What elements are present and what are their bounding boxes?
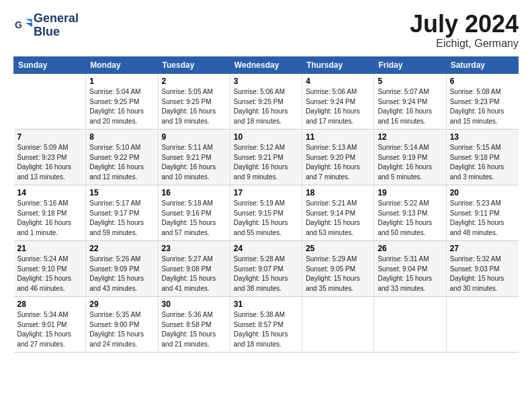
day-info: Sunrise: 5:19 AM Sunset: 9:15 PM Dayligh… <box>234 199 298 238</box>
svg-marker-2 <box>26 23 32 27</box>
month-title: July 2024 <box>410 12 519 36</box>
day-number: 21 <box>17 244 83 253</box>
day-info: Sunrise: 5:38 AM Sunset: 8:57 PM Dayligh… <box>234 310 298 349</box>
logo: G General Blue <box>13 12 79 39</box>
day-info: Sunrise: 5:36 AM Sunset: 8:58 PM Dayligh… <box>162 310 226 349</box>
logo-icon: G <box>13 16 32 35</box>
calendar-table: Sunday Monday Tuesday Wednesday Thursday… <box>13 56 519 353</box>
calendar-cell: 17Sunrise: 5:19 AM Sunset: 9:15 PM Dayli… <box>230 185 302 241</box>
day-number: 8 <box>89 132 154 142</box>
location-subtitle: Eichigt, Germany <box>410 38 519 50</box>
day-info: Sunrise: 5:14 AM Sunset: 9:19 PM Dayligh… <box>378 143 442 182</box>
day-number: 28 <box>17 300 83 309</box>
title-block: July 2024 Eichigt, Germany <box>410 12 519 50</box>
calendar-cell: 20Sunrise: 5:23 AM Sunset: 9:11 PM Dayli… <box>446 185 518 241</box>
calendar-cell: 8Sunrise: 5:10 AM Sunset: 9:22 PM Daylig… <box>86 130 158 185</box>
calendar-cell: 4Sunrise: 5:06 AM Sunset: 9:24 PM Daylig… <box>302 74 374 130</box>
day-number: 16 <box>162 188 226 197</box>
day-number: 17 <box>234 188 298 197</box>
calendar-page: G General Blue July 2024 Eichigt, German… <box>0 0 532 359</box>
calendar-cell: 12Sunrise: 5:14 AM Sunset: 9:19 PM Dayli… <box>374 130 446 185</box>
calendar-cell: 18Sunrise: 5:21 AM Sunset: 9:14 PM Dayli… <box>302 185 374 241</box>
calendar-week-4: 21Sunrise: 5:24 AM Sunset: 9:10 PM Dayli… <box>14 241 519 297</box>
calendar-cell: 29Sunrise: 5:35 AM Sunset: 9:00 PM Dayli… <box>86 297 158 353</box>
header: G General Blue July 2024 Eichigt, German… <box>13 12 519 50</box>
calendar-cell: 31Sunrise: 5:38 AM Sunset: 8:57 PM Dayli… <box>230 297 302 353</box>
day-info: Sunrise: 5:27 AM Sunset: 9:08 PM Dayligh… <box>162 255 226 293</box>
day-info: Sunrise: 5:09 AM Sunset: 9:23 PM Dayligh… <box>17 143 83 182</box>
calendar-cell: 13Sunrise: 5:15 AM Sunset: 9:18 PM Dayli… <box>446 130 518 185</box>
day-info: Sunrise: 5:34 AM Sunset: 9:01 PM Dayligh… <box>17 310 83 349</box>
day-info: Sunrise: 5:32 AM Sunset: 9:03 PM Dayligh… <box>450 255 515 293</box>
calendar-cell: 9Sunrise: 5:11 AM Sunset: 9:21 PM Daylig… <box>158 130 230 185</box>
calendar-cell: 16Sunrise: 5:18 AM Sunset: 9:16 PM Dayli… <box>158 185 230 241</box>
calendar-week-2: 7Sunrise: 5:09 AM Sunset: 9:23 PM Daylig… <box>14 130 519 185</box>
calendar-cell: 27Sunrise: 5:32 AM Sunset: 9:03 PM Dayli… <box>446 241 518 297</box>
day-info: Sunrise: 5:10 AM Sunset: 9:22 PM Dayligh… <box>89 143 154 182</box>
day-info: Sunrise: 5:28 AM Sunset: 9:07 PM Dayligh… <box>234 255 298 293</box>
day-info: Sunrise: 5:15 AM Sunset: 9:18 PM Dayligh… <box>450 143 515 182</box>
day-info: Sunrise: 5:21 AM Sunset: 9:14 PM Dayligh… <box>306 199 370 238</box>
calendar-cell: 7Sunrise: 5:09 AM Sunset: 9:23 PM Daylig… <box>14 130 86 185</box>
day-info: Sunrise: 5:29 AM Sunset: 9:05 PM Dayligh… <box>306 255 370 293</box>
calendar-cell: 1Sunrise: 5:04 AM Sunset: 9:25 PM Daylig… <box>86 74 158 130</box>
day-info: Sunrise: 5:04 AM Sunset: 9:25 PM Dayligh… <box>89 87 154 126</box>
calendar-cell: 24Sunrise: 5:28 AM Sunset: 9:07 PM Dayli… <box>230 241 302 297</box>
day-info: Sunrise: 5:07 AM Sunset: 9:24 PM Dayligh… <box>378 87 442 126</box>
day-info: Sunrise: 5:26 AM Sunset: 9:09 PM Dayligh… <box>89 255 154 293</box>
day-number: 23 <box>162 244 226 253</box>
day-number: 19 <box>378 188 442 197</box>
day-number: 20 <box>450 188 515 197</box>
day-info: Sunrise: 5:05 AM Sunset: 9:25 PM Dayligh… <box>162 87 226 126</box>
calendar-cell: 5Sunrise: 5:07 AM Sunset: 9:24 PM Daylig… <box>374 74 446 130</box>
day-info: Sunrise: 5:31 AM Sunset: 9:04 PM Dayligh… <box>378 255 442 293</box>
header-row: Sunday Monday Tuesday Wednesday Thursday… <box>14 57 519 74</box>
calendar-cell: 28Sunrise: 5:34 AM Sunset: 9:01 PM Dayli… <box>14 297 86 353</box>
calendar-cell: 21Sunrise: 5:24 AM Sunset: 9:10 PM Dayli… <box>14 241 86 297</box>
day-number: 3 <box>234 77 298 86</box>
calendar-cell: 22Sunrise: 5:26 AM Sunset: 9:09 PM Dayli… <box>86 241 158 297</box>
day-number: 1 <box>89 77 154 86</box>
day-number: 10 <box>234 132 298 142</box>
calendar-cell <box>446 297 518 353</box>
day-number: 31 <box>234 300 298 309</box>
col-sunday: Sunday <box>14 57 86 74</box>
day-info: Sunrise: 5:06 AM Sunset: 9:25 PM Dayligh… <box>234 87 298 126</box>
calendar-cell <box>14 74 86 130</box>
day-number: 24 <box>234 244 298 253</box>
day-number: 15 <box>89 188 154 197</box>
calendar-cell: 19Sunrise: 5:22 AM Sunset: 9:13 PM Dayli… <box>374 185 446 241</box>
day-info: Sunrise: 5:17 AM Sunset: 9:17 PM Dayligh… <box>89 199 154 238</box>
day-info: Sunrise: 5:35 AM Sunset: 9:00 PM Dayligh… <box>89 310 154 349</box>
day-info: Sunrise: 5:22 AM Sunset: 9:13 PM Dayligh… <box>378 199 442 238</box>
col-saturday: Saturday <box>446 57 518 74</box>
day-number: 13 <box>450 132 515 142</box>
day-number: 26 <box>378 244 442 253</box>
calendar-cell <box>302 297 374 353</box>
day-info: Sunrise: 5:18 AM Sunset: 9:16 PM Dayligh… <box>162 199 226 238</box>
day-info: Sunrise: 5:12 AM Sunset: 9:21 PM Dayligh… <box>234 143 298 182</box>
day-number: 9 <box>162 132 226 142</box>
calendar-cell: 6Sunrise: 5:08 AM Sunset: 9:23 PM Daylig… <box>446 74 518 130</box>
day-info: Sunrise: 5:11 AM Sunset: 9:21 PM Dayligh… <box>162 143 226 182</box>
logo-line2: Blue <box>34 25 60 38</box>
day-number: 7 <box>17 132 83 142</box>
day-number: 5 <box>378 77 442 86</box>
logo-line1: General <box>34 11 79 25</box>
calendar-cell: 11Sunrise: 5:13 AM Sunset: 9:20 PM Dayli… <box>302 130 374 185</box>
day-number: 29 <box>89 300 154 309</box>
day-info: Sunrise: 5:06 AM Sunset: 9:24 PM Dayligh… <box>306 87 370 126</box>
calendar-week-1: 1Sunrise: 5:04 AM Sunset: 9:25 PM Daylig… <box>14 74 519 130</box>
calendar-cell: 15Sunrise: 5:17 AM Sunset: 9:17 PM Dayli… <box>86 185 158 241</box>
svg-marker-1 <box>26 19 32 23</box>
day-number: 11 <box>306 132 370 142</box>
day-number: 27 <box>450 244 515 253</box>
calendar-cell <box>374 297 446 353</box>
day-number: 12 <box>378 132 442 142</box>
col-thursday: Thursday <box>302 57 374 74</box>
calendar-cell: 30Sunrise: 5:36 AM Sunset: 8:58 PM Dayli… <box>158 297 230 353</box>
day-number: 25 <box>306 244 370 253</box>
col-tuesday: Tuesday <box>158 57 230 74</box>
calendar-cell: 10Sunrise: 5:12 AM Sunset: 9:21 PM Dayli… <box>230 130 302 185</box>
calendar-week-3: 14Sunrise: 5:16 AM Sunset: 9:18 PM Dayli… <box>14 185 519 241</box>
